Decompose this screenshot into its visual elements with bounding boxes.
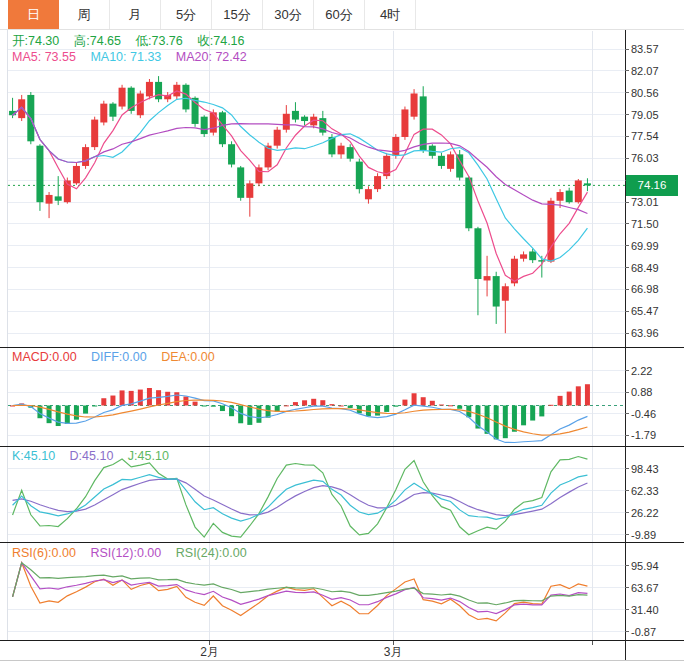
y-axis-tick-label: 63.67 xyxy=(625,582,659,594)
y-axis-tick-label: 63.96 xyxy=(625,327,659,339)
chart-bottom-border xyxy=(0,660,684,661)
high-value: 高:74.65 xyxy=(74,34,121,48)
y-axis-tick-label: 79.05 xyxy=(625,109,659,121)
rsi24-value: RSI(24):0.00 xyxy=(176,546,247,560)
chart-canvas[interactable] xyxy=(0,0,684,667)
y-axis-tick-label: 73.01 xyxy=(625,196,659,208)
separator-rsi-top xyxy=(0,542,684,543)
y-axis-tick-label: 65.47 xyxy=(625,305,659,317)
close-value: 收:74.16 xyxy=(197,34,244,48)
ma5-value: MA5: 73.55 xyxy=(12,50,76,64)
ma20-value: MA20: 72.42 xyxy=(176,50,247,64)
rsi12-value: RSI(12):0.00 xyxy=(90,546,161,560)
separator-kdj-top xyxy=(0,446,684,447)
y-axis-tick-label: 31.40 xyxy=(625,604,659,616)
y-axis-tick-label: 62.33 xyxy=(625,485,659,497)
macd-layer xyxy=(8,384,625,439)
rsi6-value: RSI(6):0.00 xyxy=(12,546,76,560)
j-value: J:45.10 xyxy=(128,449,169,463)
x-axis-month-label: 3月 xyxy=(384,644,403,661)
dea-value: DEA:0.00 xyxy=(161,350,215,364)
y-axis-tick-label: 68.49 xyxy=(625,262,659,274)
macd-readout: MACD:0.00 DIFF:0.00 DEA:0.00 xyxy=(12,350,226,364)
x-axis-month-label: 2月 xyxy=(200,644,219,661)
separator-xaxis-top xyxy=(0,640,684,641)
y-axis-tick-label: 71.50 xyxy=(625,218,659,230)
ma-readout: MA5: 73.55 MA10: 71.33 MA20: 72.42 xyxy=(12,50,258,64)
kdj-readout: K:45.10 D:45.10 J:45.10 xyxy=(12,449,180,463)
y-axis-tick-label: -1.79 xyxy=(625,429,656,441)
y-axis-tick-label: -0.46 xyxy=(625,408,656,420)
y-axis-tick-label: 80.56 xyxy=(625,87,659,99)
separator-macd-top xyxy=(0,347,684,348)
ohlc-readout: 开:74.30 高:74.65 低:73.76 收:74.16 xyxy=(12,33,256,50)
y-axis-tick-label: 83.57 xyxy=(625,43,659,55)
stock-chart-app: 日 周 月 5分 15分 30分 60分 4时 开:74.30 高:74.65 … xyxy=(0,0,684,667)
low-value: 低:73.76 xyxy=(136,34,183,48)
y-axis-tick-label: -0.87 xyxy=(625,626,656,638)
open-value: 开:74.30 xyxy=(12,34,59,48)
rsi-readout: RSI(6):0.00 RSI(12):0.00 RSI(24):0.00 xyxy=(12,546,258,560)
k-value: K:45.10 xyxy=(12,449,55,463)
y-axis-tick-label: 26.22 xyxy=(625,507,659,519)
y-axis-tick-label: 76.03 xyxy=(625,152,659,164)
y-axis-tick-label: 0.88 xyxy=(625,386,652,398)
y-axis-tick-label: 2.22 xyxy=(625,365,652,377)
last-price-badge: 74.16 xyxy=(626,175,678,196)
y-axis-tick-label: 82.07 xyxy=(625,65,659,77)
y-axis-tick-label: 66.98 xyxy=(625,283,659,295)
macd-value: MACD:0.00 xyxy=(12,350,77,364)
y-axis-tick-label: 69.99 xyxy=(625,240,659,252)
y-axis-tick-label: 77.54 xyxy=(625,130,659,142)
diff-value: DIFF:0.00 xyxy=(91,350,147,364)
ma10-value: MA10: 71.33 xyxy=(90,50,161,64)
y-axis-tick-label: -9.89 xyxy=(625,529,656,541)
d-value: D:45.10 xyxy=(70,449,114,463)
y-axis-tick-label: 98.43 xyxy=(625,463,659,475)
y-axis-tick-label: 95.94 xyxy=(625,560,659,572)
